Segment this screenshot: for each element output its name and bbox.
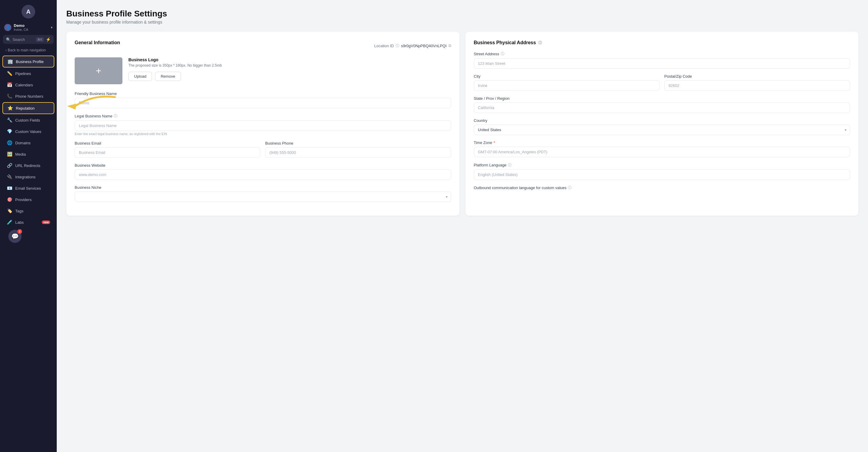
- outbound-info-icon[interactable]: ⓘ: [568, 185, 571, 190]
- phone-label: Business Phone: [265, 141, 451, 146]
- general-info-title: General Information: [75, 40, 120, 46]
- sidebar-item-reputation[interactable]: ⭐ Reputation: [2, 102, 54, 114]
- sidebar-item-domains[interactable]: 🌐 Domains: [2, 138, 54, 148]
- language-label: Platform Language ⓘ: [474, 162, 850, 168]
- legal-name-label: Legal Business Name ⓘ: [75, 114, 451, 119]
- sidebar-item-url-redirects[interactable]: 🔗 URL Redirects: [2, 160, 54, 171]
- address-info-icon[interactable]: ⓘ: [538, 40, 542, 46]
- account-arrow: ▾: [51, 25, 53, 30]
- pipelines-icon: ✏️: [6, 71, 12, 76]
- sidebar-item-media[interactable]: 🖼️ Media: [2, 149, 54, 159]
- sidebar-item-label: Custom Fields: [15, 118, 50, 122]
- sidebar-item-label: Calendars: [15, 83, 50, 87]
- sidebar-item-phone-numbers[interactable]: 📞 Phone Numbers: [2, 91, 54, 101]
- sidebar-item-label: Custom Values: [15, 129, 50, 134]
- back-to-nav[interactable]: ‹ Back to main navigation: [0, 46, 57, 55]
- sidebar-item-business-profile[interactable]: 🏢 Business Profile: [2, 56, 54, 67]
- email-services-icon: 📧: [6, 185, 12, 191]
- country-label: Country: [474, 118, 850, 123]
- sidebar-item-labs[interactable]: 🧪 Labs new: [2, 217, 54, 228]
- language-input[interactable]: [474, 170, 850, 180]
- domains-icon: 🌐: [6, 140, 12, 146]
- sidebar-item-custom-values[interactable]: 💎 Custom Values: [2, 126, 54, 137]
- city-input[interactable]: [474, 80, 659, 91]
- friendly-name-field: Friendly Business Name: [75, 91, 451, 108]
- location-id-value: s9r0gV0NpPBQ40VnLPQI: [401, 43, 446, 48]
- sidebar-item-integrations[interactable]: 🔌 Integrations: [2, 172, 54, 182]
- country-field: Country United States ▾: [474, 118, 850, 135]
- street-input[interactable]: [474, 58, 850, 69]
- account-switcher[interactable]: 👤 Demo Irvine, CA ▾: [0, 22, 57, 35]
- account-location: Irvine, CA: [14, 28, 51, 31]
- website-field: Business Website: [75, 163, 451, 180]
- tags-icon: 🏷️: [6, 208, 12, 214]
- card-header: General Information Location ID ⓘ s9r0gV…: [75, 40, 451, 51]
- website-label: Business Website: [75, 163, 451, 168]
- timezone-field: Time Zone *: [474, 141, 850, 157]
- website-input[interactable]: [75, 170, 451, 180]
- sidebar-item-label: Providers: [15, 198, 50, 202]
- labs-icon: 🧪: [6, 219, 12, 225]
- email-phone-row: Business Email Business Phone: [75, 141, 451, 163]
- calendars-icon: 📅: [6, 82, 12, 88]
- upload-button[interactable]: Upload: [128, 72, 152, 81]
- remove-button[interactable]: Remove: [155, 72, 181, 81]
- logo-info: Business Logo The proposed size is 350px…: [128, 57, 222, 81]
- logo-label: Business Logo: [128, 57, 222, 62]
- location-id-info-icon[interactable]: ⓘ: [396, 43, 399, 49]
- business-email-field: Business Email: [75, 141, 260, 158]
- chat-button[interactable]: 💬 2: [8, 230, 22, 243]
- sidebar-item-label: URL Redirects: [15, 163, 50, 168]
- logo-desc: The proposed size is 350px * 180px. No b…: [128, 63, 222, 67]
- sidebar-item-custom-fields[interactable]: 🔧 Custom Fields: [2, 115, 54, 125]
- copy-icon[interactable]: ⧉: [448, 43, 451, 48]
- search-bar[interactable]: 🔍 Search ⌘K ⚡: [3, 35, 54, 44]
- labs-new-badge: new: [42, 220, 50, 224]
- account-icon: 👤: [4, 24, 11, 31]
- sidebar-item-label: Email Services: [15, 186, 50, 190]
- sidebar-item-calendars[interactable]: 📅 Calendars: [2, 80, 54, 90]
- sidebar-item-label: Business Profile: [16, 59, 50, 64]
- business-profile-icon: 🏢: [7, 59, 13, 64]
- timezone-required: *: [494, 141, 495, 145]
- sidebar-item-providers[interactable]: 🎯 Providers: [2, 194, 54, 205]
- state-input[interactable]: [474, 102, 850, 113]
- providers-icon: 🎯: [6, 197, 12, 202]
- phone-numbers-icon: 📞: [6, 93, 12, 99]
- custom-fields-icon: 🔧: [6, 117, 12, 123]
- language-info-icon[interactable]: ⓘ: [508, 162, 512, 168]
- timezone-input[interactable]: [474, 147, 850, 157]
- sidebar-item-label: Domains: [15, 141, 50, 145]
- country-select[interactable]: United States: [474, 125, 850, 135]
- niche-select-wrapper: ▾: [75, 191, 451, 202]
- logo-placeholder: +: [75, 57, 122, 84]
- sidebar-item-tags[interactable]: 🏷️ Tags: [2, 206, 54, 216]
- address-title: Business Physical Address ⓘ: [474, 40, 850, 46]
- logo-buttons: Upload Remove: [128, 72, 222, 81]
- custom-values-icon: 💎: [6, 129, 12, 134]
- content-grid: General Information Location ID ⓘ s9r0gV…: [66, 32, 859, 216]
- sidebar-item-pipelines[interactable]: ✏️ Pipelines: [2, 68, 54, 79]
- media-icon: 🖼️: [6, 151, 12, 157]
- logo-plus-icon: +: [96, 65, 101, 77]
- legal-name-info-icon[interactable]: ⓘ: [114, 114, 117, 119]
- outbound-lang-label: Outbound communication language for cust…: [474, 185, 850, 190]
- legal-name-input[interactable]: [75, 120, 451, 131]
- state-label: State / Prov / Region: [474, 96, 850, 101]
- street-info-icon[interactable]: ⓘ: [501, 51, 504, 57]
- phone-input[interactable]: [265, 147, 451, 158]
- niche-select[interactable]: [75, 191, 451, 202]
- account-name: Demo: [14, 23, 51, 28]
- sidebar-item-email-services[interactable]: 📧 Email Services: [2, 183, 54, 193]
- zip-input[interactable]: [664, 80, 850, 91]
- friendly-name-label: Friendly Business Name: [75, 91, 451, 96]
- friendly-name-input[interactable]: [75, 98, 451, 108]
- page-title: Business Profile Settings: [66, 9, 859, 19]
- back-arrow-icon: ‹: [5, 48, 6, 52]
- city-label: City: [474, 74, 659, 79]
- street-field: Street Address ⓘ: [474, 51, 850, 69]
- niche-label: Business Niche: [75, 185, 451, 190]
- sidebar-item-label: Phone Numbers: [15, 94, 50, 98]
- email-input[interactable]: [75, 147, 260, 158]
- search-icon: 🔍: [6, 37, 11, 42]
